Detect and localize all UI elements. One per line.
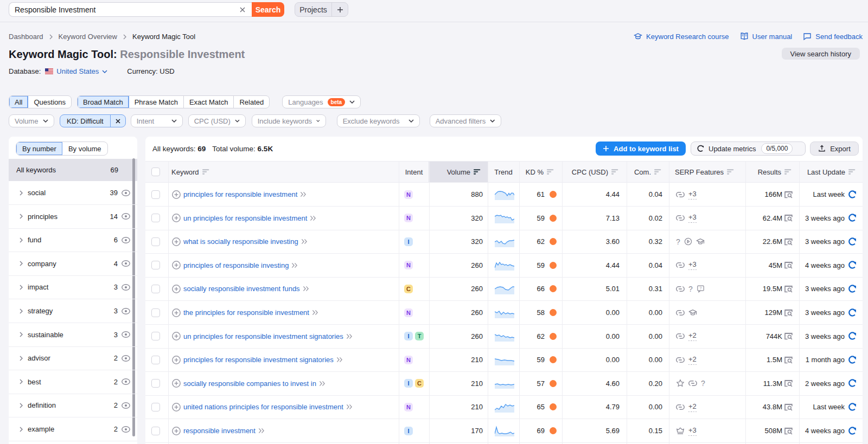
svg-text:?: ?: [699, 286, 701, 290]
